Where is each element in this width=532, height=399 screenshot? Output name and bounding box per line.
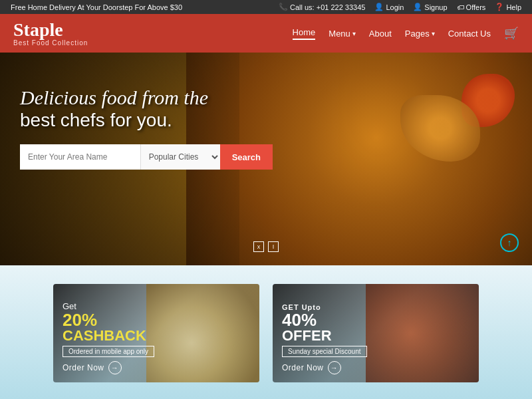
brand-logo[interactable]: Staple Best Food Collection xyxy=(13,21,88,47)
promo-card-offer: GET Upto 40% OFFER Sunday special Discou… xyxy=(273,284,479,382)
promo-card-cashback: Get 20% CASHBACK Ordered in mobile app o… xyxy=(53,284,259,382)
signup-icon: 👤 xyxy=(413,3,422,11)
signup-link[interactable]: 👤 Signup xyxy=(413,3,447,11)
nav-links: Home Menu ▾ About Pages ▾ Contact Us 🛒 xyxy=(293,26,519,41)
hero-title-line1: Delicious food from the xyxy=(20,86,273,110)
promo-type-2: OFFER xyxy=(282,329,469,343)
order-arrow-icon-1: → xyxy=(108,361,122,374)
top-bar-right: 📞 Call us: +01 222 33345 👤 Login 👤 Signu… xyxy=(279,3,521,11)
chevron-down-icon-2: ▾ xyxy=(432,30,435,37)
nav-menu[interactable]: Menu ▾ xyxy=(329,29,356,39)
user-icon: 👤 xyxy=(374,3,384,11)
phone-icon: 📞 xyxy=(279,3,288,11)
promo-badge-1: Ordered in mobile app only xyxy=(63,346,154,357)
login-link[interactable]: 👤 Login xyxy=(374,3,404,11)
navbar: Staple Best Food Collection Home Menu ▾ … xyxy=(0,14,532,53)
order-arrow-icon-2: → xyxy=(328,361,341,374)
search-input[interactable] xyxy=(20,144,140,170)
search-bar: Popular Cities Search xyxy=(20,144,273,170)
search-button[interactable]: Search xyxy=(220,144,273,170)
slide-dot-1[interactable]: x xyxy=(253,241,264,252)
brand-name: Staple xyxy=(13,21,88,39)
help-icon: ❓ xyxy=(495,3,504,11)
hero-content: Delicious food from the best chefs for y… xyxy=(20,86,273,170)
promo-percent-1: 20% xyxy=(63,311,250,329)
top-bar: Free Home Delivery At Your Doorstep For … xyxy=(0,0,532,14)
cart-icon[interactable]: 🛒 xyxy=(504,26,519,41)
promo-percent-2: 40% xyxy=(282,311,469,329)
promo-badge-2: Sunday special Discount xyxy=(282,346,367,357)
city-select[interactable]: Popular Cities xyxy=(140,144,220,170)
slide-dot-2[interactable]: I xyxy=(268,241,279,252)
tag-icon: 🏷 xyxy=(457,3,464,11)
hero-section: Delicious food from the best chefs for y… xyxy=(0,53,532,265)
nav-about[interactable]: About xyxy=(369,29,392,39)
hero-title-line2: best chefs for you. xyxy=(20,110,273,131)
scroll-up-button[interactable]: ↑ xyxy=(500,233,519,252)
nav-home[interactable]: Home xyxy=(293,27,316,40)
promo-section: Get 20% CASHBACK Ordered in mobile app o… xyxy=(0,265,532,399)
nav-contact[interactable]: Contact Us xyxy=(448,29,491,39)
delivery-text: Free Home Delivery At Your Doorstep For … xyxy=(11,3,182,11)
promo-order-2[interactable]: Order Now → xyxy=(282,361,469,374)
nav-pages[interactable]: Pages ▾ xyxy=(405,29,435,39)
brand-tagline: Best Food Collection xyxy=(13,39,88,47)
chevron-down-icon: ▾ xyxy=(352,30,356,37)
offers-link[interactable]: 🏷 Offers xyxy=(457,3,486,11)
slide-indicator: x I xyxy=(253,241,279,252)
promo-content-1: Get 20% CASHBACK Ordered in mobile app o… xyxy=(53,293,259,382)
help-link[interactable]: ❓ Help xyxy=(495,3,521,11)
promo-content-2: GET Upto 40% OFFER Sunday special Discou… xyxy=(273,295,479,382)
phone-link[interactable]: 📞 Call us: +01 222 33345 xyxy=(279,3,365,11)
promo-type-1: CASHBACK xyxy=(63,329,250,343)
promo-order-1[interactable]: Order Now → xyxy=(63,361,250,374)
